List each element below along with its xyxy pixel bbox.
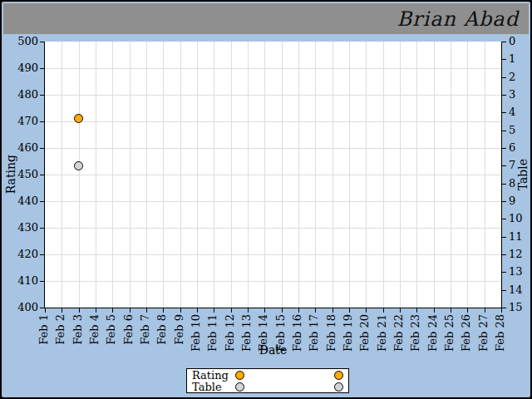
x-axis-tick-label: Feb 28: [495, 314, 506, 352]
right-axis-tick-label: 7: [509, 160, 515, 171]
x-axis-tick-label: Feb 1: [38, 314, 50, 345]
x-axis-tick: [315, 308, 316, 313]
right-axis-tick: [502, 201, 506, 202]
x-axis-tick: [485, 308, 485, 313]
legend-label: Table: [192, 382, 235, 392]
chart-title: Brian Abad: [397, 7, 519, 31]
legend-box: RatingTable: [186, 368, 349, 393]
x-axis-tick: [298, 308, 299, 313]
legend-line-sample: [235, 382, 343, 392]
right-axis-tick: [502, 254, 506, 255]
x-axis-tick: [248, 308, 249, 313]
x-axis-tick: [332, 308, 333, 313]
right-axis-tick-label: 0: [509, 36, 515, 47]
right-axis-tick-label: 10: [509, 213, 523, 224]
right-axis-tick: [502, 42, 506, 42]
left-axis-tick-label: 430: [8, 222, 38, 234]
horizontal-gridline: [45, 228, 501, 229]
x-axis-tick: [130, 308, 131, 313]
right-axis-tick: [502, 272, 506, 273]
left-axis-tick: [40, 228, 44, 229]
left-axis-tick: [40, 254, 44, 255]
legend-marker-icon: [334, 371, 343, 380]
left-axis-tick-label: 480: [8, 89, 38, 101]
x-axis-tick-label: Feb 4: [89, 314, 101, 345]
left-axis-tick-label: 490: [8, 62, 38, 74]
right-axis-label: Table: [516, 159, 530, 190]
x-axis-tick-label: Feb 20: [359, 314, 371, 352]
x-axis-tick-label: Feb 10: [190, 314, 202, 352]
right-axis-tick-label: 12: [509, 249, 523, 260]
left-axis-tick-label: 460: [8, 142, 38, 154]
x-axis-tick-label: Feb 15: [275, 314, 287, 352]
x-axis-tick: [180, 308, 181, 313]
right-axis-tick-label: 14: [509, 284, 523, 296]
x-axis-tick-label: Feb 25: [444, 314, 456, 352]
right-axis-tick: [502, 237, 506, 238]
left-axis-tick-label: 500: [8, 36, 38, 47]
right-axis-tick: [502, 184, 506, 185]
x-axis-tick: [366, 308, 367, 313]
horizontal-gridline: [45, 95, 501, 96]
left-axis-tick-label: 470: [8, 116, 38, 127]
right-axis-tick: [502, 165, 506, 166]
x-axis-tick: [231, 308, 232, 313]
x-axis-tick-label: Feb 21: [377, 314, 388, 352]
left-axis-tick-label: 410: [8, 275, 38, 287]
right-axis-tick-label: 3: [509, 89, 515, 101]
legend-label: Rating: [192, 370, 235, 381]
x-axis-tick: [467, 308, 468, 313]
x-axis-tick: [400, 308, 401, 313]
legend-row-table: Table: [192, 382, 343, 392]
x-axis-tick: [96, 308, 96, 313]
x-axis-tick-label: Feb 13: [241, 314, 253, 352]
left-axis-tick-label: 440: [8, 195, 38, 207]
right-axis-tick: [502, 95, 506, 96]
left-axis-tick: [40, 281, 44, 282]
right-axis-tick-label: 6: [509, 142, 515, 154]
x-axis-tick: [383, 308, 384, 313]
chart-window: Brian Abad Rating Table Date RatingTable…: [0, 0, 532, 399]
horizontal-gridline: [45, 68, 501, 69]
x-axis-tick-label: Feb 9: [174, 314, 185, 345]
x-axis-tick-label: Feb 27: [478, 314, 490, 352]
x-axis-tick-label: Feb 2: [55, 314, 66, 345]
x-axis-tick-label: Feb 7: [140, 314, 151, 345]
left-axis-tick-label: 420: [8, 249, 38, 260]
x-axis-tick: [434, 308, 435, 313]
x-axis-tick-label: Feb 17: [308, 314, 320, 352]
left-axis-tick: [40, 121, 44, 122]
right-axis-tick-label: 1: [509, 53, 515, 65]
legend-marker-icon: [235, 382, 244, 392]
x-axis-tick: [79, 308, 80, 313]
x-axis-tick-label: Feb 6: [123, 314, 135, 345]
right-axis-tick-label: 13: [509, 266, 523, 278]
x-axis-tick: [62, 308, 62, 313]
x-axis-tick-label: Feb 22: [393, 314, 405, 352]
x-axis-tick: [45, 308, 46, 313]
x-axis-tick-label: Feb 24: [427, 314, 439, 352]
left-axis-tick: [40, 308, 44, 308]
left-axis-tick: [40, 68, 44, 69]
horizontal-gridline: [45, 148, 501, 149]
right-axis-tick: [502, 131, 506, 131]
right-axis-tick-label: 8: [509, 178, 515, 190]
x-axis-tick: [214, 308, 214, 313]
x-axis-tick: [349, 308, 350, 313]
x-axis-tick: [112, 308, 113, 313]
left-axis-tick-label: 450: [8, 169, 38, 180]
horizontal-gridline: [45, 281, 501, 282]
horizontal-gridline: [45, 121, 501, 122]
x-axis-tick-label: Feb 16: [292, 314, 303, 352]
horizontal-gridline: [45, 175, 501, 175]
right-axis-tick: [502, 77, 506, 78]
x-axis-tick-label: Feb 12: [224, 314, 236, 352]
left-axis-tick: [40, 95, 44, 96]
legend-line-sample: [235, 371, 343, 380]
right-axis-tick: [502, 59, 506, 60]
legend-marker-icon: [334, 382, 343, 392]
right-axis-tick-label: 5: [509, 125, 515, 136]
right-axis-tick-label: 9: [509, 195, 515, 207]
left-axis-tick: [40, 42, 44, 42]
x-axis-tick-label: Feb 11: [207, 314, 219, 352]
